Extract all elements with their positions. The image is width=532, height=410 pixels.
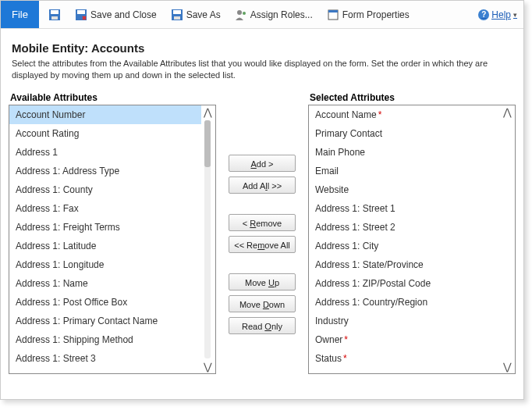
selected-label: Selected Attributes bbox=[310, 92, 516, 103]
assign-roles-button[interactable]: Assign Roles... bbox=[230, 5, 317, 24]
svg-rect-4 bbox=[77, 10, 85, 14]
list-item[interactable]: Account Rating bbox=[9, 124, 201, 143]
form-properties-label: Form Properties bbox=[342, 9, 410, 20]
svg-rect-2 bbox=[51, 16, 58, 20]
list-item[interactable]: Website bbox=[309, 180, 501, 199]
svg-rect-1 bbox=[51, 10, 59, 14]
required-marker: * bbox=[378, 109, 382, 120]
svg-point-9 bbox=[243, 12, 246, 15]
list-item[interactable]: Address 1: Street 1 bbox=[309, 199, 501, 218]
assign-roles-label: Assign Roles... bbox=[250, 9, 313, 20]
list-item[interactable]: Main Phone bbox=[309, 143, 501, 162]
list-item[interactable]: Address 1: Fax bbox=[9, 199, 201, 218]
save-close-icon bbox=[75, 9, 87, 21]
required-marker: * bbox=[344, 334, 348, 345]
list-item[interactable]: Address 1: Address Type bbox=[9, 162, 201, 180]
chevron-down-icon: ▾ bbox=[513, 11, 517, 19]
list-item[interactable]: Address 1: Street 2 bbox=[309, 218, 501, 237]
form-properties-icon bbox=[327, 9, 339, 21]
list-item[interactable]: Address 1 bbox=[9, 143, 201, 162]
save-icon-button[interactable] bbox=[44, 5, 66, 24]
help-label: elp bbox=[498, 9, 511, 20]
page-description: Select the attributes from the Available… bbox=[12, 58, 512, 81]
file-menu-label: File bbox=[12, 9, 28, 20]
selected-scrollbar[interactable]: ⋀ ⋁ bbox=[501, 107, 513, 372]
available-column: Available Attributes Account NumberAccou… bbox=[9, 92, 216, 374]
available-label: Available Attributes bbox=[10, 92, 216, 103]
list-item[interactable]: Address 1: Post Office Box bbox=[9, 293, 201, 312]
list-item[interactable]: Address 1: Freight Terms bbox=[9, 218, 201, 237]
remove-all-button[interactable]: << Remove All bbox=[229, 236, 296, 253]
save-as-label: Save As bbox=[186, 9, 221, 20]
list-item[interactable]: Address 1: County bbox=[9, 180, 201, 199]
read-only-button[interactable]: Read Only bbox=[229, 317, 296, 334]
list-item[interactable]: Email bbox=[309, 162, 501, 180]
move-down-button[interactable]: Move Down bbox=[229, 295, 296, 312]
list-item[interactable]: Account Number bbox=[9, 105, 201, 124]
list-item[interactable]: Address 1: State/Province bbox=[309, 255, 501, 274]
list-item[interactable]: Address 1: Street 3 bbox=[9, 349, 201, 368]
move-up-button[interactable]: Move Up bbox=[229, 273, 296, 291]
header-area: Mobile Entity: Accounts Select the attri… bbox=[1, 29, 523, 92]
form-editor-window: File Save and Close Save As Assign Roles… bbox=[0, 0, 524, 400]
scroll-down-icon[interactable]: ⋁ bbox=[503, 362, 512, 372]
svg-point-8 bbox=[237, 10, 242, 15]
list-item[interactable]: Address 1: Telephone 2 bbox=[9, 368, 201, 374]
list-item[interactable]: Owner* bbox=[309, 330, 501, 349]
help-icon: ? bbox=[478, 9, 489, 20]
scroll-down-icon[interactable]: ⋁ bbox=[204, 362, 212, 372]
available-scrollbar[interactable]: ⋀ ⋁ bbox=[201, 107, 214, 372]
list-item[interactable]: Address 1: Primary Contact Name bbox=[9, 312, 201, 330]
file-menu-button[interactable]: File bbox=[1, 1, 39, 28]
save-and-close-button[interactable]: Save and Close bbox=[70, 5, 161, 24]
list-item[interactable]: Address 1: ZIP/Postal Code bbox=[309, 274, 501, 293]
add-all-button[interactable]: Add All >> bbox=[229, 176, 296, 194]
scroll-up-icon[interactable]: ⋀ bbox=[503, 107, 512, 117]
toolbar: File Save and Close Save As Assign Roles… bbox=[1, 1, 523, 29]
list-item[interactable]: Address 1: Longitude bbox=[9, 255, 201, 274]
list-item[interactable]: Address 1: Shipping Method bbox=[9, 330, 201, 349]
form-properties-button[interactable]: Form Properties bbox=[322, 5, 414, 24]
list-item[interactable]: Status* bbox=[309, 349, 501, 368]
list-item[interactable]: Address 1: City bbox=[309, 237, 501, 255]
list-item[interactable]: Address 1: Latitude bbox=[9, 237, 201, 255]
save-icon bbox=[48, 9, 61, 21]
transfer-buttons: Add > Add All >> < Remove << Remove All … bbox=[216, 92, 308, 334]
attribute-picker: Available Attributes Account NumberAccou… bbox=[1, 92, 523, 382]
list-item[interactable]: Industry bbox=[309, 312, 501, 330]
selected-column: Selected Attributes Account Name*Primary… bbox=[308, 92, 516, 374]
save-as-icon bbox=[171, 9, 183, 21]
add-button[interactable]: Add > bbox=[229, 155, 296, 172]
list-item[interactable]: Account Name* bbox=[309, 105, 501, 124]
list-item[interactable]: Primary Contact bbox=[309, 124, 501, 143]
available-listbox[interactable]: Account NumberAccount RatingAddress 1Add… bbox=[9, 105, 216, 374]
save-and-close-label: Save and Close bbox=[90, 9, 157, 20]
svg-rect-6 bbox=[173, 10, 181, 14]
list-item[interactable]: Address 1: Name bbox=[9, 274, 201, 293]
svg-rect-11 bbox=[328, 10, 338, 12]
assign-roles-icon bbox=[235, 9, 247, 21]
required-marker: * bbox=[343, 353, 347, 364]
page-title: Mobile Entity: Accounts bbox=[12, 41, 512, 55]
save-as-button[interactable]: Save As bbox=[166, 5, 225, 24]
list-item[interactable]: Address 1: Country/Region bbox=[309, 293, 501, 312]
remove-button[interactable]: < Remove bbox=[229, 214, 296, 231]
selected-listbox[interactable]: Account Name*Primary ContactMain PhoneEm… bbox=[308, 105, 516, 374]
scroll-up-icon[interactable]: ⋀ bbox=[204, 107, 212, 117]
svg-rect-7 bbox=[174, 16, 180, 20]
help-link[interactable]: ? Help ▾ bbox=[478, 9, 517, 20]
